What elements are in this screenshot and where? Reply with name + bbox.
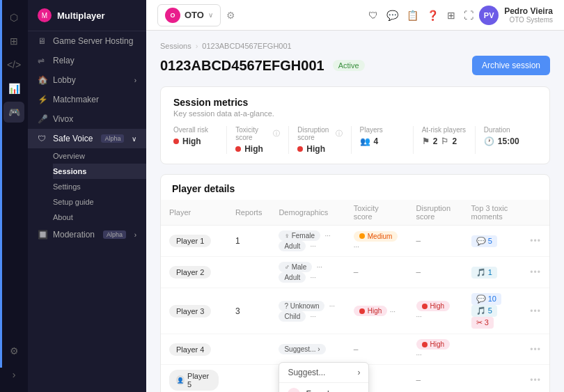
age-tag-more[interactable]: ··· <box>311 313 316 320</box>
player-details-header: Player details <box>161 175 549 200</box>
metric-duration: Duration 🕐 15:00 <box>476 126 537 154</box>
player-badge: Player 1 <box>169 235 211 247</box>
nav-item-safe-voice[interactable]: 🛡 Safe Voice Alpha ∨ <box>28 129 146 148</box>
age-tag-more[interactable]: ··· <box>311 242 316 250</box>
row-actions-icon[interactable]: ••• <box>530 375 541 385</box>
nav-item-label: Relay <box>53 56 75 65</box>
player-details-card: Player details Player Reports Demographi… <box>160 174 550 392</box>
shield-icon[interactable]: 🛡 <box>368 10 378 21</box>
metric-disruption: Disruption score ⓘ High <box>289 126 351 154</box>
suggest-tag[interactable]: Suggest... › <box>279 344 325 354</box>
nav-sub-settings[interactable]: Settings <box>53 179 146 194</box>
disruption-more[interactable]: ··· <box>416 313 422 320</box>
age-tag: Adult <box>279 272 306 283</box>
table-row: Player 1 1 ♀ Female ··· Adult ··· Medium… <box>161 226 549 257</box>
player-moments-cell: 💬 5 <box>463 226 522 257</box>
disruption-info-icon[interactable]: ⓘ <box>336 129 343 139</box>
relay-icon: ⇌ <box>38 56 47 65</box>
topbar: O OTO ∨ ⚙ 🛡 💬 📋 ❓ ⊞ ⛶ PV Pedro Vieira OT… <box>146 0 564 31</box>
topbar-user[interactable]: PV Pedro Vieira OTO Systems <box>479 6 553 25</box>
col-player: Player <box>161 200 227 226</box>
header-actions: Archive session <box>472 56 550 75</box>
col-disruption: Disruption score <box>408 200 463 226</box>
archive-session-button[interactable]: Archive session <box>472 56 550 75</box>
col-reports: Reports <box>227 200 271 226</box>
docs-icon[interactable]: 📋 <box>407 10 418 21</box>
player-toxicity-cell: – <box>345 334 408 365</box>
session-name: OTO <box>185 10 204 20</box>
gender-tag-more[interactable]: ··· <box>324 232 330 240</box>
nav-item-label: Vivox <box>53 114 73 124</box>
toxicity-more[interactable]: ··· <box>354 243 359 251</box>
moment-music: 🎵 1 <box>471 267 497 279</box>
toxicity-more[interactable]: ··· <box>390 308 395 315</box>
dropdown-item-female[interactable]: ♀ Female <box>279 383 368 392</box>
help-icon[interactable]: ❓ <box>427 10 439 21</box>
strip-chart[interactable]: 📊 <box>3 78 24 99</box>
gender-tag-more[interactable]: ··· <box>329 302 335 310</box>
nav-item-matchmaker[interactable]: ⚡ Matchmaker <box>28 90 146 109</box>
nav-sub-setup-guide[interactable]: Setup guide <box>53 194 146 210</box>
toxicity-info-icon[interactable]: ⓘ <box>273 129 280 139</box>
row-actions-icon[interactable]: ••• <box>530 236 541 246</box>
settings-label: Settings <box>53 182 81 191</box>
grid-icon[interactable]: ⊞ <box>447 10 455 21</box>
disruption-dash: – <box>416 236 421 246</box>
score-dot <box>422 304 428 309</box>
disruption-more[interactable]: ··· <box>416 351 422 359</box>
page-title: 0123ABCD4567EFGH001 <box>160 58 324 74</box>
player-reports-cell <box>227 257 271 288</box>
player-actions-cell[interactable]: ••• <box>522 226 549 257</box>
strip-game[interactable]: 🎮 <box>3 102 24 123</box>
status-badge: Active <box>333 60 365 71</box>
expand-icon[interactable]: ⛶ <box>464 10 473 21</box>
row-actions-icon[interactable]: ••• <box>530 345 541 354</box>
nav-item-vivox[interactable]: 🎤 Vivox <box>28 109 146 129</box>
vivox-icon: 🎤 <box>38 114 47 124</box>
nav-item-lobby[interactable]: 🏠 Lobby › <box>28 70 146 90</box>
breadcrumb-sep: › <box>196 42 198 50</box>
player-actions-cell[interactable]: ••• <box>522 288 549 334</box>
moderation-arrow: › <box>134 231 136 239</box>
toxicity-value: High <box>235 144 280 154</box>
strip-arrow[interactable]: › <box>3 364 24 385</box>
strip-settings[interactable]: ⚙ <box>3 340 24 361</box>
female-icon: ♀ <box>288 388 300 392</box>
metrics-title: Session metrics <box>173 97 537 108</box>
chat-icon[interactable]: 💬 <box>386 10 398 21</box>
safevoice-arrow: ∨ <box>132 135 136 143</box>
player-actions-cell[interactable]: ••• <box>522 257 549 288</box>
strip-dashboard[interactable]: ⊞ <box>3 31 24 52</box>
nav-header-icon: M <box>38 8 52 22</box>
disruption-value: High <box>297 144 342 154</box>
player-name-cell: 👤 Player 5 <box>161 365 227 393</box>
main-content: O OTO ∨ ⚙ 🛡 💬 📋 ❓ ⊞ ⛶ PV Pedro Vieira OT… <box>146 0 564 392</box>
strip-code[interactable]: </> <box>3 54 24 75</box>
nav-sub-about[interactable]: About <box>53 210 146 225</box>
age-tag-more[interactable]: ··· <box>311 274 316 281</box>
nav-sub-sessions[interactable]: Sessions <box>53 164 146 179</box>
nav-item-game-server-hosting[interactable]: 🖥 Game Server Hosting <box>28 31 146 51</box>
player-actions-cell[interactable]: ••• <box>522 334 549 365</box>
gender-tag-more[interactable]: ··· <box>317 263 322 271</box>
player-name-cell: Player 1 <box>161 226 227 257</box>
user-avatar: PV <box>479 6 499 25</box>
row-actions-icon[interactable]: ••• <box>530 267 541 277</box>
nav-item-relay[interactable]: ⇌ Relay <box>28 51 146 70</box>
session-selector[interactable]: O OTO ∨ <box>157 4 221 26</box>
user-org: OTO Systems <box>504 16 553 24</box>
player-reports-cell: 1 <box>227 226 271 257</box>
player-toxicity-cell: – <box>345 257 408 288</box>
row-actions-icon[interactable]: ••• <box>530 306 541 316</box>
col-demographics: Demographics <box>270 200 345 226</box>
nav-item-label: Moderation <box>53 230 95 240</box>
session-gear-icon[interactable]: ⚙ <box>226 10 235 21</box>
moderation-icon: 🔲 <box>38 230 47 240</box>
nav-sub-overview[interactable]: Overview <box>53 148 146 164</box>
nav-item-moderation[interactable]: 🔲 Moderation Alpha › <box>28 225 146 244</box>
metric-overall-risk: Overall risk High <box>173 126 227 154</box>
strip-logo[interactable]: ⬡ <box>3 7 24 28</box>
breadcrumb-sessions[interactable]: Sessions <box>160 42 191 50</box>
metrics-grid: Overall risk High Toxicity score ⓘ High <box>173 126 537 154</box>
player-actions-cell[interactable]: ••• <box>522 365 549 393</box>
